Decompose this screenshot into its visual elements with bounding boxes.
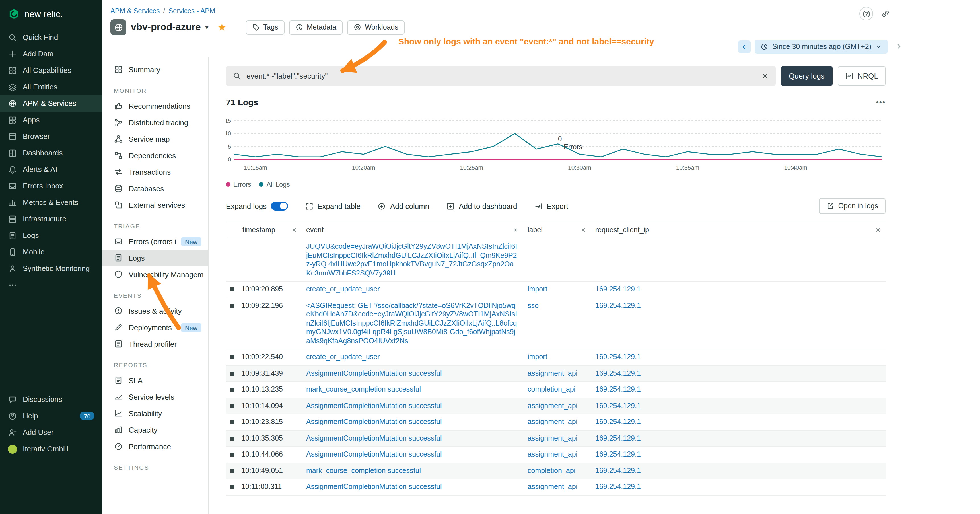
log-request-client-ip-link[interactable]: 169.254.129.1 [595,450,641,458]
log-event-link[interactable]: <ASGIRequest: GET '/sso/callback/?state=… [306,301,517,345]
log-label-link[interactable]: sso [528,301,539,309]
log-query-input[interactable]: event:* -"label":"security" [226,66,776,86]
remove-column-icon[interactable] [581,227,586,233]
log-row[interactable]: 10:10:49.051mark_course_completion succe… [226,463,886,479]
copy-link-icon[interactable] [879,7,892,21]
workloads-button[interactable]: Workloads [347,20,405,35]
subnav-item-logs[interactable]: Logs [102,250,208,266]
sidebar-bottom-help[interactable]: Help70 [0,407,102,424]
sidebar-item-infrastructure[interactable]: Infrastructure [0,211,102,227]
log-label-link[interactable]: import [528,285,547,293]
log-row[interactable]: 10:09:22.196<ASGIRequest: GET '/sso/call… [226,298,886,349]
log-label-link[interactable]: import [528,353,547,361]
subnav-item-vulnerability-management[interactable]: Vulnerability Management [102,266,208,283]
subnav-item-recommendations[interactable]: Recommendations [102,98,208,115]
log-request-client-ip-link[interactable]: 169.254.129.1 [595,418,641,426]
sidebar-bottom-discussions[interactable]: Discussions [0,391,102,407]
remove-column-icon[interactable] [291,227,297,233]
entity-switcher-caret-icon[interactable]: ▾ [205,24,208,31]
log-event-link[interactable]: AssignmentCompletionMutation successful [306,450,442,458]
log-request-client-ip-link[interactable]: 169.254.129.1 [595,353,641,361]
log-label-link[interactable]: completion_api [528,466,575,474]
log-request-client-ip-link[interactable]: 169.254.129.1 [595,285,641,293]
subnav-item-sla[interactable]: SLA [102,372,208,389]
log-event-link[interactable]: AssignmentCompletionMutation successful [306,434,442,442]
log-label-link[interactable]: assignment_api [528,418,578,426]
log-event-link[interactable]: mark_course_completion successful [306,385,421,393]
log-request-client-ip-link[interactable]: 169.254.129.1 [595,385,641,393]
sidebar-item-all-entities[interactable]: All Entities [0,78,102,95]
add-column-button[interactable]: Add column [378,202,429,210]
subnav-item-dependencies[interactable]: Dependencies [102,147,208,164]
log-label-link[interactable]: completion_api [528,385,575,393]
add-to-dashboard-button[interactable]: Add to dashboard [446,202,517,210]
log-event-link[interactable]: JUQVU&code=eyJraWQiOiJjcGltY29yZV8wOTI1M… [306,242,517,277]
column-header-timestamp[interactable]: timestamp [226,221,302,239]
sidebar-item-alerts-ai[interactable]: Alerts & AI [0,161,102,178]
help-question-button[interactable] [859,7,873,21]
metadata-button[interactable]: Metadata [289,20,343,35]
sidebar-item-mobile[interactable]: Mobile [0,243,102,260]
log-request-client-ip-link[interactable]: 169.254.129.1 [595,466,641,474]
sidebar-bottom-iterativ-gmbh[interactable]: Iterativ GmbH [0,441,102,457]
sidebar-item-more[interactable] [0,277,102,293]
breadcrumb-link-apm-services[interactable]: APM & Services [110,7,160,15]
sidebar-item-quick-find[interactable]: Quick Find [0,29,102,46]
sidebar-item-apm-services[interactable]: APM & Services [0,95,102,111]
open-in-logs-button[interactable]: Open in logs [819,198,886,214]
log-row[interactable]: 10:10:44.066AssignmentCompletionMutation… [226,447,886,463]
log-request-client-ip-link[interactable]: 169.254.129.1 [595,369,641,377]
subnav-item-service-levels[interactable]: Service levels [102,389,208,405]
sidebar-item-dashboards[interactable]: Dashboards [0,145,102,161]
log-row[interactable]: 10:09:22.540create_or_update_userimport1… [226,349,886,366]
query-text[interactable]: event:* -"label":"security" [247,72,756,80]
log-row[interactable]: 10:10:35.305AssignmentCompletionMutation… [226,430,886,447]
log-row[interactable]: 10:10:14.094AssignmentCompletionMutation… [226,398,886,414]
log-label-link[interactable]: assignment_api [528,369,578,377]
log-event-link[interactable]: mark_course_completion successful [306,466,421,474]
log-row[interactable]: 10:09:20.895create_or_update_userimport1… [226,282,886,298]
log-row[interactable]: 10:10:13.235mark_course_completion succe… [226,382,886,398]
subnav-item-errors-errors-inb[interactable]: Errors (errors inb...New [102,233,208,250]
sidebar-item-all-capabilities[interactable]: All Capabilities [0,62,102,78]
time-picker[interactable]: Since 30 minutes ago (GMT+2) [755,40,888,54]
log-label-link[interactable]: assignment_api [528,402,578,409]
subnav-item-issues-activity[interactable]: Issues & activity [102,303,208,319]
time-forward-button[interactable] [892,40,905,53]
log-label-link[interactable]: assignment_api [528,450,578,458]
column-header-label[interactable]: label [523,221,591,239]
log-row[interactable]: 10:10:23.815AssignmentCompletionMutation… [226,414,886,430]
column-header-request-client-ip[interactable]: request_client_ip [591,221,886,239]
subnav-item-performance[interactable]: Performance [102,438,208,455]
clear-query-icon[interactable] [762,72,769,80]
log-request-client-ip-link[interactable]: 169.254.129.1 [595,483,641,491]
more-options-icon[interactable]: ••• [876,98,886,107]
sidebar-item-logs[interactable]: Logs [0,227,102,243]
subnav-item-deployments[interactable]: DeploymentsNew [102,319,208,336]
subnav-item-summary[interactable]: Summary [102,62,208,78]
log-request-client-ip-link[interactable]: 169.254.129.1 [595,402,641,409]
breadcrumb-link-services-apm[interactable]: Services - APM [169,7,215,15]
logs-timeseries-chart[interactable]: 05101510:15am10:20am10:25am10:30am10:35a… [226,115,886,174]
subnav-item-external-services[interactable]: External services [102,197,208,213]
log-row[interactable]: 10:09:31.439AssignmentCompletionMutation… [226,366,886,382]
sidebar-item-synthetic-monitoring[interactable]: Synthetic Monitoring [0,260,102,277]
log-label-link[interactable]: assignment_api [528,483,578,491]
export-button[interactable]: Export [535,202,568,210]
sidebar-item-add-data[interactable]: Add Data [0,46,102,62]
sidebar-item-errors-inbox[interactable]: Errors Inbox [0,178,102,194]
remove-column-icon[interactable] [513,227,519,233]
log-label-link[interactable]: assignment_api [528,434,578,442]
toggle-switch[interactable] [270,202,288,211]
sidebar-item-metrics-events[interactable]: Metrics & Events [0,194,102,211]
tags-button[interactable]: Tags [245,20,285,35]
subnav-item-capacity[interactable]: Capacity [102,422,208,438]
new-relic-logo[interactable]: new relic. [0,0,102,29]
log-request-client-ip-link[interactable]: 169.254.129.1 [595,434,641,442]
remove-column-icon[interactable] [875,227,881,233]
subnav-item-thread-profiler[interactable]: Thread profiler [102,336,208,352]
favorite-star-icon[interactable]: ★ [218,22,226,32]
column-header-event[interactable]: event [302,221,523,239]
nrql-button[interactable]: NRQL [838,66,886,86]
log-row[interactable]: JUQVU&code=eyJraWQiOiJjcGltY29yZV8wOTI1M… [226,239,886,282]
